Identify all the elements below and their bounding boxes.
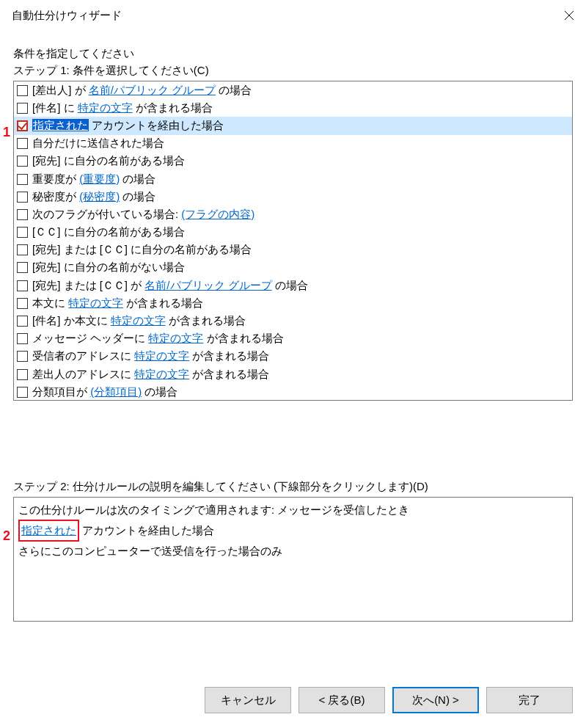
condition-checkbox[interactable] xyxy=(17,298,28,309)
annotation-marker-1: 1 xyxy=(3,125,10,140)
condition-row[interactable]: 差出人のアドレスに 特定の文字 が含まれる場合 xyxy=(14,365,572,383)
desc-line-2-rest: アカウントを経由した場合 xyxy=(79,524,214,536)
condition-row[interactable]: 本文に 特定の文字 が含まれる場合 xyxy=(14,294,572,312)
condition-row[interactable]: [宛先] に自分の名前がある場合 xyxy=(14,153,572,170)
condition-row[interactable]: 重要度が (重要度) の場合 xyxy=(14,170,572,188)
condition-checkbox[interactable] xyxy=(17,156,28,167)
condition-checkbox[interactable] xyxy=(17,387,28,398)
highlight-box: 指定された xyxy=(18,520,79,542)
step2-label: ステップ 2: 仕分けルールの説明を編集してください (下線部分をクリックします… xyxy=(13,480,573,494)
condition-checkbox[interactable] xyxy=(17,244,28,255)
condition-checkbox[interactable] xyxy=(17,369,28,380)
condition-row[interactable]: 秘密度が (秘密度) の場合 xyxy=(14,188,572,205)
condition-row[interactable]: 受信者のアドレスに 特定の文字 が含まれる場合 xyxy=(14,348,572,365)
condition-text: [宛先] に自分の名前がある場合 xyxy=(32,154,185,168)
condition-row[interactable]: 指定された アカウントを経由した場合 xyxy=(14,117,572,134)
condition-text: [宛先] または [ＣＣ] に自分の名前がある場合 xyxy=(32,243,252,257)
condition-link[interactable]: (分類項目) xyxy=(90,385,142,398)
condition-row[interactable]: [ＣＣ] に自分の名前がある場合 xyxy=(14,224,572,241)
condition-row[interactable]: [宛先] または [ＣＣ] に自分の名前がある場合 xyxy=(14,241,572,259)
condition-link[interactable]: 特定の文字 xyxy=(134,368,189,380)
condition-text: [差出人] が 名前/パブリック グループ の場合 xyxy=(32,84,252,98)
condition-checkbox[interactable] xyxy=(17,316,28,327)
condition-checkbox[interactable] xyxy=(17,85,28,96)
condition-checkbox[interactable] xyxy=(17,351,28,362)
window-title: 自動仕分けウィザード xyxy=(12,9,122,23)
condition-checkbox[interactable] xyxy=(17,333,28,344)
condition-text: [ＣＣ] に自分の名前がある場合 xyxy=(32,225,185,239)
desc-line-3: さらにこのコンピューターで送受信を行った場合のみ xyxy=(18,542,568,561)
title-bar: 自動仕分けウィザード xyxy=(0,0,586,31)
condition-link[interactable]: 特定の文字 xyxy=(111,314,166,327)
condition-checkbox[interactable] xyxy=(17,103,28,114)
condition-checkbox[interactable] xyxy=(17,192,28,203)
condition-checkbox[interactable] xyxy=(17,138,28,149)
condition-text: [件名] か本文に 特定の文字 が含まれる場合 xyxy=(32,314,246,328)
condition-row[interactable]: 分類項目が (分類項目) の場合 xyxy=(14,383,572,401)
desc-line-2: 指定された アカウントを経由した場合 xyxy=(18,520,568,542)
condition-checkbox[interactable] xyxy=(17,209,28,220)
condition-text: [宛先] または [ＣＣ] が 名前/パブリック グループ の場合 xyxy=(32,279,308,293)
condition-link[interactable]: 名前/パブリック グループ xyxy=(89,84,216,96)
conditions-listbox[interactable]: [差出人] が 名前/パブリック グループ の場合[件名] に 特定の文字 が含… xyxy=(13,81,573,401)
condition-checkbox[interactable] xyxy=(17,280,28,291)
condition-link[interactable]: 特定の文字 xyxy=(148,332,203,344)
annotation-marker-2: 2 xyxy=(3,528,10,544)
condition-checkbox[interactable] xyxy=(17,262,28,273)
condition-row[interactable]: [件名] か本文に 特定の文字 が含まれる場合 xyxy=(14,312,572,330)
close-icon xyxy=(564,10,574,21)
button-bar: キャンセル < 戻る(B) 次へ(N) > 完了 xyxy=(205,687,573,713)
desc-link-specified[interactable]: 指定された xyxy=(21,524,76,536)
condition-row[interactable]: [宛先] または [ＣＣ] が 名前/パブリック グループ の場合 xyxy=(14,277,572,294)
condition-text: 指定された アカウントを経由した場合 xyxy=(32,119,224,133)
condition-text: 分類項目が (分類項目) の場合 xyxy=(32,385,177,399)
condition-checkbox[interactable] xyxy=(17,174,28,185)
condition-row[interactable]: 次のフラグが付いている場合: (フラグの内容) xyxy=(14,205,572,223)
condition-link[interactable]: (秘密度) xyxy=(79,190,120,203)
condition-text: [件名] に 特定の文字 が含まれる場合 xyxy=(32,101,213,115)
finish-button[interactable]: 完了 xyxy=(486,687,573,713)
condition-link[interactable]: 特定の文字 xyxy=(68,296,123,309)
condition-text: 本文に 特定の文字 が含まれる場合 xyxy=(32,296,203,310)
condition-text: 差出人のアドレスに 特定の文字 が含まれる場合 xyxy=(32,368,269,382)
cancel-button[interactable]: キャンセル xyxy=(205,687,291,713)
description-box: この仕分けルールは次のタイミングで適用されます: メッセージを受信したとき 指定… xyxy=(13,497,573,622)
condition-text: 重要度が (重要度) の場合 xyxy=(32,172,155,186)
condition-text: メッセージ ヘッダーに 特定の文字 が含まれる場合 xyxy=(32,332,284,346)
condition-text: 自分だけに送信された場合 xyxy=(32,136,164,150)
condition-link[interactable]: 特定の文字 xyxy=(134,349,189,362)
condition-row[interactable]: メッセージ ヘッダーに 特定の文字 が含まれる場合 xyxy=(14,330,572,348)
condition-row[interactable]: [件名] に 特定の文字 が含まれる場合 xyxy=(14,99,572,117)
condition-row[interactable]: [差出人] が 名前/パブリック グループ の場合 xyxy=(14,81,572,99)
condition-text: 受信者のアドレスに 特定の文字 が含まれる場合 xyxy=(32,349,269,363)
next-button[interactable]: 次へ(N) > xyxy=(392,687,479,713)
condition-link[interactable]: (フラグの内容) xyxy=(181,208,254,220)
condition-checkbox[interactable] xyxy=(17,120,28,131)
condition-text: 次のフラグが付いている場合: (フラグの内容) xyxy=(32,208,254,222)
condition-checkbox[interactable] xyxy=(17,227,28,238)
condition-link[interactable]: 指定された xyxy=(32,119,89,131)
condition-row[interactable]: [宛先] に自分の名前がない場合 xyxy=(14,259,572,277)
condition-link[interactable]: 名前/パブリック グループ xyxy=(144,279,271,291)
condition-text: [宛先] に自分の名前がない場合 xyxy=(32,261,185,274)
step1-label: ステップ 1: 条件を選択してください(C) xyxy=(13,64,573,78)
close-button[interactable] xyxy=(552,0,586,31)
back-button[interactable]: < 戻る(B) xyxy=(299,687,385,713)
condition-link[interactable]: 特定の文字 xyxy=(78,101,133,114)
condition-row[interactable]: 自分だけに送信された場合 xyxy=(14,135,572,153)
condition-text: 秘密度が (秘密度) の場合 xyxy=(32,190,155,204)
instruction-text: 条件を指定してください xyxy=(13,47,573,61)
desc-line-1: この仕分けルールは次のタイミングで適用されます: メッセージを受信したとき xyxy=(18,500,568,520)
condition-link[interactable]: (重要度) xyxy=(79,172,120,185)
